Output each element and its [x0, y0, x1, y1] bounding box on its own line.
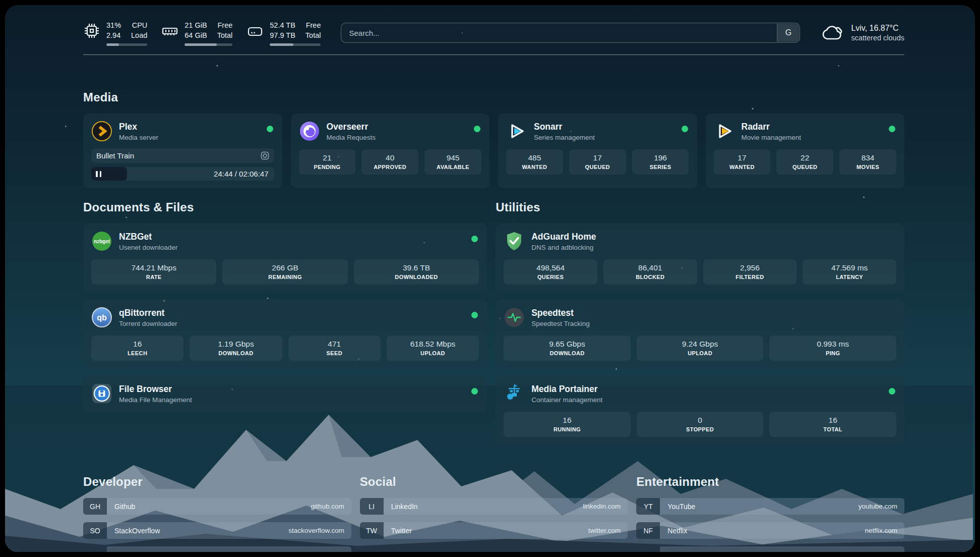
bookmark-name: Reddit: [660, 551, 688, 552]
plex-icon: [91, 121, 112, 142]
service-description: DNS and adblocking: [531, 244, 596, 251]
cpu-usage-value: 31%: [106, 20, 121, 30]
radarr-icon: [714, 121, 735, 142]
bookmark-url: github.com: [311, 503, 351, 510]
bookmark-name: DEV: [107, 551, 129, 552]
bookmark-url: twitter.com: [588, 527, 628, 534]
svg-text:nzbget: nzbget: [94, 239, 110, 244]
service-description: Movie management: [742, 134, 802, 141]
service-card-nzbget[interactable]: nzbget NZBGet Usenet downloader 744.21 M…: [83, 224, 487, 292]
bookmark-url: stackoverflow.com: [288, 527, 351, 534]
bookmark-github[interactable]: GH Github github.com: [83, 498, 351, 515]
section-title-utilities: Utilities: [496, 200, 904, 214]
qbittorrent-icon: qb: [91, 307, 112, 328]
search-input[interactable]: [341, 23, 800, 42]
stat-wanted: 485 WANTED: [506, 149, 563, 175]
bookmark-twitter[interactable]: TW Twitter twitter.com: [360, 522, 628, 539]
stat-leech: 16 LEECH: [91, 336, 183, 361]
bookmark-abbr: RE: [636, 546, 660, 552]
stat-stopped: 0 STOPPED: [637, 412, 764, 437]
media-grid: Plex Media server Bullet Train 24:44 / 0…: [83, 114, 904, 188]
cpu-progress-bar: [106, 43, 147, 46]
cpu-load-value: 2.94: [106, 30, 121, 40]
bookmark-youtube[interactable]: YT YouTube youtube.com: [636, 498, 904, 515]
utilities-column: Utilities AdGuard Home: [496, 200, 904, 444]
bookmark-linkedin[interactable]: LI LinkedIn linkedin.com: [360, 498, 628, 515]
now-playing-row: Bullet Train: [91, 148, 274, 163]
cpu-icon: [83, 22, 100, 39]
stat-latency: 47.569 ms LATENCY: [803, 259, 896, 285]
section-title-developer: Developer: [83, 475, 351, 489]
service-card-adguard[interactable]: AdGuard Home DNS and adblocking 498,564 …: [496, 224, 904, 292]
bookmark-url: dev.to: [326, 551, 351, 552]
disk-total-label: Total: [305, 30, 321, 40]
service-card-qbittorrent[interactable]: qb qBittorrent Torrent downloader 16: [83, 300, 487, 368]
memory-resource-widget: 21 GiB 64 GiB Free Total: [161, 20, 232, 46]
disk-total-value: 97.9 TB: [270, 30, 295, 40]
playback-time: 24:44 / 02:06:47: [214, 170, 274, 178]
status-dot: [682, 126, 688, 132]
service-name: AdGuard Home: [531, 232, 596, 242]
stat-upload: 9.24 Gbps UPLOAD: [637, 336, 764, 361]
bookmark-stackoverflow[interactable]: SO StackOverflow stackoverflow.com: [83, 522, 351, 539]
stat-running: 16 RUNNING: [504, 412, 631, 437]
stat-wanted: 17 WANTED: [714, 149, 771, 175]
bookmark-name: LinkedIn: [384, 503, 418, 511]
memory-total-value: 64 GiB: [185, 30, 207, 40]
bookmark-name: Netflix: [660, 527, 687, 535]
weather-location-temperature: Lviv, 16.87°C: [851, 24, 904, 33]
weather-widget: Lviv, 16.87°C scattered clouds: [821, 24, 904, 42]
bookmark-url: netflix.com: [865, 527, 904, 534]
stat-total: 16 TOTAL: [769, 412, 896, 437]
bookmark-name: StackOverflow: [107, 527, 160, 535]
bookmark-dev[interactable]: DT DEV dev.to: [83, 546, 351, 552]
service-card-filebrowser[interactable]: File Browser Media File Management: [83, 376, 487, 412]
status-dot: [889, 388, 895, 395]
bookmark-reddit[interactable]: RE Reddit reddit.com: [636, 546, 904, 552]
filebrowser-icon: [91, 383, 112, 404]
service-description: Speedtest Tracking: [531, 320, 590, 327]
status-dot: [889, 126, 895, 132]
service-card-sonarr[interactable]: Sonarr Series management 485 WANTED 17 Q…: [498, 114, 697, 188]
service-description: Usenet downloader: [119, 244, 177, 251]
service-description: Media server: [119, 134, 158, 141]
service-card-plex[interactable]: Plex Media server Bullet Train 24:44 / 0…: [83, 114, 282, 188]
search-bar: G: [341, 23, 800, 43]
section-title-entertainment: Entertainment: [636, 475, 904, 489]
disk-free-label: Free: [305, 20, 321, 30]
service-description: Media Requests: [327, 134, 376, 141]
stat-queued: 22 QUEUED: [776, 149, 833, 175]
stat-available: 945 AVAILABLE: [424, 149, 481, 175]
stat-ping: 0.993 ms PING: [769, 336, 896, 361]
service-name: Speedtest: [531, 308, 590, 318]
bookmark-url: youtube.com: [859, 503, 904, 510]
service-name: Media Portainer: [531, 384, 602, 395]
memory-total-label: Total: [217, 30, 233, 40]
stat-download: 9.65 Gbps DOWNLOAD: [504, 336, 631, 361]
service-card-radarr[interactable]: Radarr Movie management 17 WANTED 22 QUE…: [706, 114, 905, 188]
weather-condition: scattered clouds: [851, 34, 904, 42]
stat-upload: 618.52 Mbps UPLOAD: [387, 336, 479, 361]
service-card-speedtest[interactable]: Speedtest Speedtest Tracking 9.65 Gbps D…: [496, 300, 904, 368]
service-description: Container management: [531, 396, 602, 404]
bookmark-abbr: TW: [360, 522, 384, 539]
bookmark-netflix[interactable]: NF Netflix netflix.com: [636, 522, 904, 539]
service-name: qBittorrent: [119, 308, 177, 318]
stat-queries: 498,564 QUERIES: [504, 259, 597, 285]
section-title-media: Media: [83, 90, 904, 104]
search-provider-button[interactable]: G: [777, 24, 799, 42]
service-name: NZBGet: [119, 232, 177, 242]
service-description: Torrent downloader: [119, 320, 177, 327]
bookmark-group-social: Social LI LinkedIn linkedin.com TW Twitt…: [360, 475, 628, 552]
bookmark-abbr: SO: [83, 522, 107, 539]
memory-icon: [161, 22, 178, 39]
bookmark-url: linkedin.com: [583, 503, 628, 510]
topbar-divider: [83, 54, 904, 55]
bookmark-abbr: YT: [636, 498, 660, 515]
now-playing-camera-icon: [261, 151, 269, 160]
sonarr-icon: [506, 121, 527, 142]
service-card-portainer[interactable]: Media Portainer Container management 16 …: [496, 376, 904, 444]
service-card-overseerr[interactable]: Overseerr Media Requests 21 PENDING 40 A…: [291, 114, 490, 188]
nzbget-icon: nzbget: [91, 231, 112, 252]
cpu-resource-widget: 31% 2.94 CPU Load: [83, 20, 147, 46]
